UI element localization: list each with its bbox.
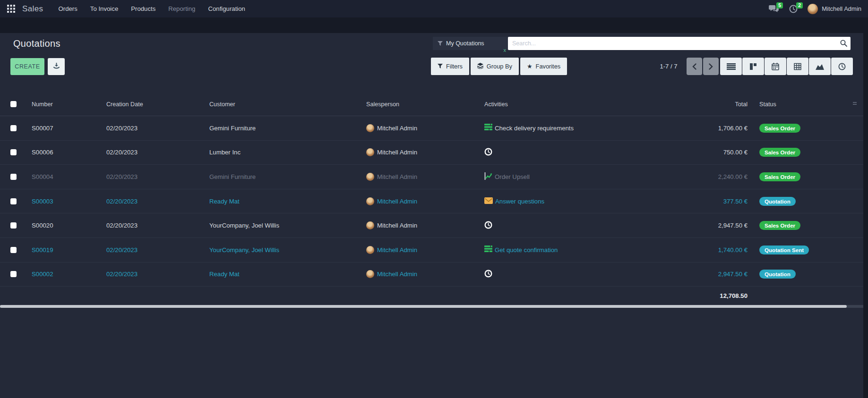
table-row[interactable]: S00007 02/20/2023 Gemini Furniture Mitch… bbox=[0, 116, 863, 141]
filter-funnel-icon bbox=[438, 63, 443, 70]
filters-button[interactable]: Filters bbox=[431, 58, 469, 75]
cell-salesperson: Mitchell Admin bbox=[377, 173, 417, 180]
calendar-view-button[interactable] bbox=[765, 58, 786, 75]
header-creation-date[interactable]: Creation Date bbox=[106, 101, 209, 108]
quotations-table: Number Creation Date Customer Salesperso… bbox=[0, 93, 863, 305]
status-badge: Sales Order bbox=[759, 221, 800, 230]
favorites-button[interactable]: ★ Favorites bbox=[520, 58, 567, 75]
menu-reporting[interactable]: Reporting bbox=[168, 5, 195, 12]
horizontal-scrollbar-thumb[interactable] bbox=[0, 305, 847, 308]
cell-number: S00020 bbox=[32, 222, 106, 229]
right-gutter bbox=[863, 33, 868, 398]
search-icon[interactable] bbox=[840, 40, 847, 49]
user-avatar bbox=[808, 4, 818, 14]
tasks-icon[interactable] bbox=[484, 246, 492, 254]
menu-products[interactable]: Products bbox=[131, 5, 155, 12]
row-checkbox[interactable] bbox=[10, 222, 17, 229]
cell-salesperson: Mitchell Admin bbox=[377, 222, 417, 229]
chart-icon[interactable] bbox=[484, 172, 492, 181]
cell-total: 2,947.50 € bbox=[683, 222, 751, 229]
salesperson-avatar bbox=[366, 197, 374, 205]
cell-number: S00003 bbox=[32, 198, 106, 205]
pivot-view-button[interactable] bbox=[787, 58, 808, 75]
cell-activity[interactable]: Answer questions bbox=[495, 198, 544, 205]
header-number[interactable]: Number bbox=[32, 101, 106, 108]
header-activities[interactable]: Activities bbox=[484, 101, 683, 108]
view-switcher bbox=[720, 58, 853, 75]
header-total[interactable]: Total bbox=[683, 101, 751, 108]
cell-creation-date: 02/20/2023 bbox=[106, 198, 209, 205]
row-checkbox[interactable] bbox=[10, 174, 17, 180]
menu-configuration[interactable]: Configuration bbox=[208, 5, 245, 12]
cell-number: S00006 bbox=[32, 149, 106, 156]
cell-salesperson: Mitchell Admin bbox=[377, 198, 417, 205]
row-checkbox[interactable] bbox=[10, 271, 17, 277]
tasks-icon[interactable] bbox=[484, 124, 492, 132]
header-salesperson[interactable]: Salesperson bbox=[366, 101, 484, 108]
row-checkbox[interactable] bbox=[10, 198, 17, 204]
envelope-icon[interactable] bbox=[484, 197, 493, 205]
table-row[interactable]: S00006 02/20/2023 Lumber Inc Mitchell Ad… bbox=[0, 141, 863, 165]
search-input[interactable] bbox=[508, 37, 851, 50]
user-menu[interactable]: Mitchell Admin bbox=[808, 4, 861, 14]
row-checkbox[interactable] bbox=[10, 149, 17, 155]
control-panel-buttons: Filters Group By ★ Favorites bbox=[431, 58, 567, 75]
cell-total: 2,240.00 € bbox=[683, 173, 751, 180]
cell-creation-date: 02/20/2023 bbox=[106, 173, 209, 180]
row-checkbox[interactable] bbox=[10, 247, 17, 253]
select-all-checkbox[interactable] bbox=[10, 101, 17, 107]
list-view-button[interactable] bbox=[720, 58, 742, 75]
cell-salesperson: Mitchell Admin bbox=[377, 271, 417, 278]
table-row[interactable]: S00020 02/20/2023 YourCompany, Joel Will… bbox=[0, 213, 863, 238]
cell-total: 750.00 € bbox=[683, 149, 751, 156]
menu-orders[interactable]: Orders bbox=[59, 5, 77, 12]
table-row[interactable]: S00019 02/20/2023 YourCompany, Joel Will… bbox=[0, 238, 863, 263]
create-button[interactable]: CREATE bbox=[10, 58, 44, 75]
kanban-view-button[interactable] bbox=[742, 58, 764, 75]
clock-icon[interactable] bbox=[484, 221, 492, 230]
cell-total: 377.50 € bbox=[683, 198, 751, 205]
header-status[interactable]: Status bbox=[751, 101, 863, 108]
footer-total: 12,708.50 bbox=[683, 292, 751, 299]
facet-remove-icon[interactable]: x bbox=[504, 47, 507, 53]
app-name[interactable]: Sales bbox=[22, 4, 43, 14]
messages-icon[interactable]: 5 bbox=[768, 4, 779, 14]
export-button[interactable] bbox=[48, 58, 65, 75]
cell-customer: YourCompany, Joel Willis bbox=[209, 246, 366, 254]
main-menu: Orders To Invoice Products Reporting Con… bbox=[59, 5, 245, 12]
menu-to-invoice[interactable]: To Invoice bbox=[90, 5, 118, 12]
pager-next-button[interactable] bbox=[703, 58, 719, 75]
horizontal-scrollbar-track bbox=[0, 305, 863, 308]
cell-creation-date: 02/20/2023 bbox=[106, 149, 209, 156]
cell-customer: Ready Mat bbox=[209, 271, 366, 278]
apps-menu-icon[interactable] bbox=[7, 5, 15, 13]
pager-counter: 1-7 / 7 bbox=[654, 58, 683, 75]
content-panel: Quotations CREATE My Quotations x bbox=[0, 33, 868, 398]
header-customer[interactable]: Customer bbox=[209, 101, 366, 108]
graph-view-button[interactable] bbox=[809, 58, 831, 75]
status-badge: Quotation Sent bbox=[759, 246, 809, 254]
activities-clock-icon[interactable]: 2 bbox=[788, 4, 799, 14]
activity-view-button[interactable] bbox=[831, 58, 853, 75]
pager-previous-button[interactable] bbox=[687, 58, 702, 75]
table-row[interactable]: S00004 02/20/2023 Gemini Furniture Mitch… bbox=[0, 165, 863, 189]
cell-number: S00007 bbox=[32, 125, 106, 132]
clock-icon[interactable] bbox=[484, 148, 492, 157]
cell-activity[interactable]: Order Upsell bbox=[495, 173, 530, 180]
active-filter-facet[interactable]: My Quotations x bbox=[433, 37, 508, 50]
cell-customer: YourCompany, Joel Willis bbox=[209, 222, 366, 229]
cell-total: 1,706.00 € bbox=[683, 125, 751, 132]
favorites-label: Favorites bbox=[536, 63, 561, 70]
table-row[interactable]: S00003 02/20/2023 Ready Mat Mitchell Adm… bbox=[0, 189, 863, 214]
cell-activity[interactable]: Get quote confirmation bbox=[495, 246, 558, 254]
page-title: Quotations bbox=[13, 38, 60, 49]
group-by-button[interactable]: Group By bbox=[471, 58, 519, 75]
clock-icon[interactable] bbox=[484, 270, 492, 279]
cell-activity[interactable]: Check delivery requirements bbox=[495, 125, 574, 132]
row-checkbox[interactable] bbox=[10, 125, 17, 131]
table-header-row: Number Creation Date Customer Salesperso… bbox=[0, 93, 863, 116]
table-footer-row: 12,708.50 bbox=[0, 287, 863, 305]
table-row[interactable]: S00002 02/20/2023 Ready Mat Mitchell Adm… bbox=[0, 263, 863, 287]
filters-label: Filters bbox=[446, 63, 463, 70]
optional-columns-icon[interactable] bbox=[853, 102, 857, 105]
